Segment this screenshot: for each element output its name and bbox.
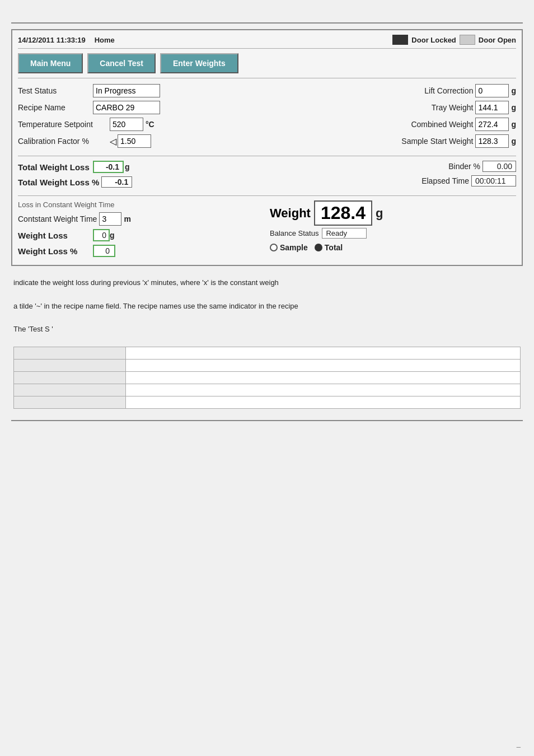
- tray-weight-row: Tray Weight g: [270, 101, 516, 114]
- elapsed-time-value: 00:00:11: [471, 175, 516, 186]
- fields-right: Lift Correction g Tray Weight g Combined…: [270, 84, 516, 151]
- binder-pct-row: Binder % 0.00: [270, 161, 516, 172]
- total-radio-circle: [315, 244, 322, 251]
- combined-weight-input[interactable]: [475, 118, 509, 131]
- total-weight-loss-pct-value: -0.1: [101, 176, 132, 188]
- table-cell-col1: [14, 384, 126, 396]
- balance-status-value: Ready: [322, 228, 367, 239]
- combined-weight-label: Combined Weight: [270, 120, 473, 129]
- home-label: Home: [95, 36, 115, 44]
- total-weight-loss-pct-row: Total Weight Loss % -0.1: [18, 176, 264, 188]
- calib-factor-label: Calibration Factor %: [18, 137, 107, 146]
- binder-pct-label: Binder %: [270, 162, 480, 171]
- constant-time-unit: m: [124, 214, 130, 223]
- para2: a tilde '~' in the recipe name field. Th…: [13, 301, 521, 312]
- table-cell-col1: [14, 396, 126, 408]
- calib-arrow-icon: ◁: [110, 136, 116, 147]
- total-weight-loss-label: Total Weight Loss: [18, 162, 91, 172]
- lift-correction-row: Lift Correction g: [270, 84, 516, 97]
- weight-loss-value-wrapper: 0 g: [93, 229, 115, 241]
- loss-constant-label-row: Loss in Constant Weight Time: [18, 200, 264, 209]
- door-locked-indicator: [392, 35, 408, 45]
- total-weight-loss-value-wrapper: -0.1 g: [93, 161, 130, 173]
- recipe-name-input[interactable]: [93, 101, 160, 114]
- lift-correction-label: Lift Correction: [270, 86, 473, 95]
- total-weight-loss-pct-label: Total Weight Loss %: [18, 178, 99, 187]
- constant-time-input[interactable]: [99, 212, 121, 226]
- door-open-label: Door Open: [479, 36, 516, 44]
- enter-weights-button[interactable]: Enter Weights: [160, 53, 238, 73]
- table-row: [14, 384, 521, 396]
- combined-weight-unit: g: [511, 120, 516, 129]
- tray-weight-input[interactable]: [475, 101, 509, 114]
- table-cell-col1: [14, 371, 126, 384]
- sample-radio-circle: [270, 244, 278, 251]
- calib-factor-input[interactable]: [118, 134, 151, 148]
- top-divider: [11, 22, 523, 24]
- recipe-name-label: Recipe Name: [18, 103, 91, 112]
- door-locked-label: Door Locked: [411, 36, 456, 44]
- door-open-indicator: [460, 35, 475, 45]
- section-divider-1: [18, 156, 516, 156]
- table-cell-col2: [126, 384, 521, 396]
- weight-loss-pct-value: 0: [93, 245, 115, 257]
- total-radio-label: Total: [325, 243, 343, 252]
- lift-correction-unit: g: [511, 86, 516, 95]
- tray-weight-unit: g: [511, 103, 516, 112]
- table-row: [14, 359, 521, 371]
- weight-loss-pct-row: Weight Loss % 0: [18, 245, 264, 257]
- middle-left: Total Weight Loss -0.1 g Total Weight Lo…: [18, 161, 264, 191]
- elapsed-time-row: Elapsed Time 00:00:11: [270, 175, 516, 186]
- calib-wrapper: ◁: [110, 134, 151, 148]
- total-weight-loss-unit: g: [125, 162, 130, 171]
- weight-display-row: Weight 128.4 g: [270, 200, 516, 226]
- sample-start-weight-input[interactable]: [475, 134, 509, 148]
- balance-status-row: Balance Status Ready: [270, 228, 516, 239]
- table-row: [14, 396, 521, 408]
- header-right: Door Locked Door Open: [392, 35, 516, 45]
- middle-right: Binder % 0.00 Elapsed Time 00:00:11: [270, 161, 516, 191]
- sample-start-weight-row: Sample Start Weight g: [270, 134, 516, 148]
- constant-time-label: Contstant Weight Time: [18, 214, 97, 223]
- body-text-1: indicate the weight loss during previous…: [13, 277, 521, 335]
- table-cell-col2: [126, 359, 521, 371]
- radio-row: Sample Total: [270, 243, 516, 252]
- sample-start-weight-unit: g: [511, 137, 516, 146]
- weight-value: 128.4: [314, 200, 372, 226]
- bottom-section: Loss in Constant Weight Time Contstant W…: [18, 200, 516, 260]
- lift-correction-input[interactable]: [475, 84, 509, 97]
- weight-loss-pct-label: Weight Loss %: [18, 246, 91, 256]
- bottom-right: Weight 128.4 g Balance Status Ready Samp…: [270, 200, 516, 260]
- weight-label: Weight: [270, 206, 311, 221]
- temp-unit: °C: [146, 120, 154, 129]
- temp-setpoint-label: Temperature Setpoint: [18, 120, 107, 129]
- calib-factor-row: Calibration Factor % ◁: [18, 134, 264, 148]
- main-menu-button[interactable]: Main Menu: [18, 53, 83, 73]
- table-cell-col2: [126, 396, 521, 408]
- test-status-row: Test Status: [18, 84, 264, 97]
- table-cell-col2: [126, 347, 521, 359]
- bottom-table: [13, 347, 521, 409]
- total-weight-loss-value: -0.1: [93, 161, 124, 173]
- section-divider-2: [18, 195, 516, 196]
- weight-loss-label: Weight Loss: [18, 231, 91, 240]
- para1: indicate the weight loss during previous…: [13, 277, 521, 289]
- sample-radio-label: Sample: [280, 243, 308, 252]
- weight-loss-value: 0: [93, 229, 110, 241]
- instrument-panel: 14/12/2011 11:33:19 Home Door Locked Doo…: [11, 29, 523, 266]
- table-cell-col2: [126, 371, 521, 384]
- table-cell-col1: [14, 347, 126, 359]
- temp-setpoint-input[interactable]: [110, 118, 143, 131]
- total-radio[interactable]: Total: [315, 243, 343, 252]
- test-status-label: Test Status: [18, 86, 91, 95]
- test-status-input[interactable]: [93, 84, 160, 97]
- loss-constant-label: Loss in Constant Weight Time: [18, 200, 114, 209]
- fields-left: Test Status Recipe Name Temperature Setp…: [18, 84, 264, 151]
- weight-unit: g: [376, 206, 383, 221]
- binder-pct-value: 0.00: [483, 161, 516, 172]
- sample-radio[interactable]: Sample: [270, 243, 308, 252]
- top-fields-section: Test Status Recipe Name Temperature Setp…: [18, 84, 516, 151]
- cancel-test-button[interactable]: Cancel Test: [87, 53, 156, 73]
- temp-setpoint-row: Temperature Setpoint °C: [18, 118, 264, 131]
- weight-loss-row: Weight Loss 0 g: [18, 229, 264, 241]
